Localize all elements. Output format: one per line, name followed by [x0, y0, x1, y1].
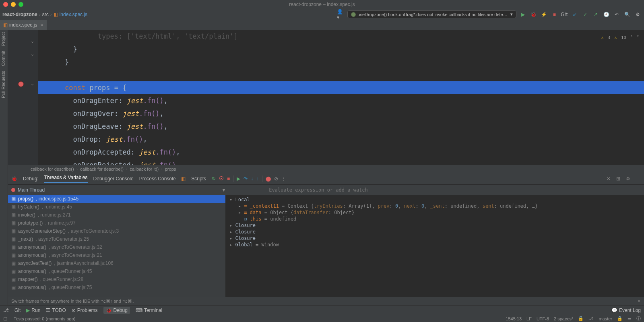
mem-icon[interactable]: ☰ [627, 316, 632, 321]
git-commit-icon[interactable]: ✓ [581, 10, 589, 19]
tab-threads-variables[interactable]: Threads & Variables [44, 175, 88, 183]
toolwindows-icon[interactable]: ▢ [3, 316, 7, 321]
step-out-icon[interactable]: ↑ [256, 176, 259, 182]
filter-icon[interactable]: ▼ [221, 187, 226, 193]
toolwindow-run[interactable]: ▶ Run [26, 308, 40, 313]
stack-frame[interactable]: ▣ invoke(), runtime.js:271 [8, 211, 225, 219]
crumb-item[interactable]: callback for describe() [31, 167, 74, 171]
readonly-icon[interactable]: 🔓 [578, 316, 584, 321]
toolwindow-todo[interactable]: ☰ TODO [46, 308, 66, 313]
scope-local[interactable]: Local [235, 197, 250, 202]
stack-frame[interactable]: ▣ asyncJestTest(), jasmineAsyncInstall.j… [8, 259, 225, 267]
left-tool-rail: Project Commit Pull Requests [0, 30, 8, 315]
search-icon[interactable]: 🔍 [623, 10, 631, 19]
minimize-window-icon[interactable] [11, 2, 16, 7]
breadcrumb-folder[interactable]: src [42, 12, 49, 17]
watch-input[interactable] [269, 187, 641, 193]
git-push-icon[interactable]: ↗ [592, 10, 600, 19]
toolwindow-problems[interactable]: ⊘ Problems [72, 308, 98, 313]
toolwindow-eventlog[interactable]: 💬 Event Log [611, 308, 641, 313]
tab-process-console[interactable]: Process Console [139, 176, 176, 182]
notify-icon[interactable]: ⓘ [636, 316, 641, 322]
settings-icon[interactable]: ⚙ [634, 10, 642, 19]
toolwindow-debug[interactable]: 🐞 Debug [103, 307, 130, 314]
git-update-icon[interactable]: ↙ [571, 10, 579, 19]
stack-frame[interactable]: ▣ props(), index.spec.js:1545 [8, 195, 225, 203]
resume-icon[interactable]: ▶ [237, 176, 240, 182]
frames-list[interactable]: ▣ props(), index.spec.js:1545▣ tryCatch(… [8, 195, 225, 305]
fold-marker-icon[interactable]: ⌄ [30, 39, 35, 44]
stack-frame[interactable]: ▣ anonymous(), asyncToGenerator.js:32 [8, 243, 225, 251]
coverage-icon[interactable]: ⚡ [540, 10, 548, 19]
history-icon[interactable]: 🕘 [602, 10, 610, 19]
code-editor[interactable]: ⌄ ⌄ ⌄ ⚠3 ⚠10 ˄ ˅ types: ['text/html', 't… [8, 30, 644, 165]
rerun-icon[interactable]: ↻ [212, 176, 216, 182]
inspection-widget[interactable]: ⚠3 ⚠10 ˄ ˅ [601, 31, 639, 44]
toolwindow-git[interactable]: Git [14, 308, 21, 313]
more-icon[interactable]: ⋮ [281, 176, 286, 182]
stack-frame[interactable]: ▣ _next(), asyncToGenerator.js:25 [8, 235, 225, 243]
crumb-item[interactable]: callback for it() [130, 167, 159, 171]
scope-closure[interactable]: Closure [235, 229, 256, 235]
test-status[interactable]: Tests passed: 0 (moments ago) [14, 316, 75, 321]
stop-icon[interactable]: ■ [550, 10, 558, 19]
chevron-up-icon[interactable]: ˄ [630, 31, 633, 44]
editor-gutter[interactable]: ⌄ ⌄ ⌄ [8, 30, 38, 165]
layout-icon[interactable]: ⊞ [616, 176, 620, 182]
step-into-icon[interactable]: ↓ [251, 176, 253, 182]
close-panel-icon[interactable]: ✕ [607, 176, 611, 182]
scope-global[interactable]: Global [235, 242, 252, 248]
view-breakpoints-icon[interactable]: ⬤ [266, 176, 271, 182]
stack-frame[interactable]: ▣ anonymous(), queueRunner.js:75 [8, 283, 225, 291]
stack-frame[interactable]: ▣ prototype.(), runtime.js:97 [8, 219, 225, 227]
scope-closure[interactable]: Closure [235, 223, 256, 228]
mute-icon[interactable]: ⊘ [274, 176, 278, 182]
stack-frame[interactable]: ▣ anonymous(), queueRunner.js:45 [8, 267, 225, 275]
chevron-down-icon[interactable]: ˅ [637, 31, 639, 44]
stack-frame[interactable]: ▣ anonymous(), asyncToGenerator.js:21 [8, 251, 225, 259]
rollback-icon[interactable]: ↶ [613, 10, 621, 19]
stop-icon[interactable]: ■ [227, 176, 230, 182]
cursor-position[interactable]: 1545:13 [506, 316, 522, 321]
step-over-icon[interactable]: ↷ [244, 176, 248, 182]
encoding[interactable]: UTF-8 [537, 316, 549, 321]
stack-frame[interactable]: ▣ asyncGeneratorStep(), asyncToGenerator… [8, 227, 225, 235]
run-icon[interactable]: ▶ [519, 10, 527, 19]
git-branch[interactable]: master [599, 316, 612, 321]
mute-breakpoints-icon[interactable]: ⦿ [219, 176, 224, 182]
project-tool[interactable]: Project [0, 30, 6, 48]
indent-status[interactable]: 2 spaces* [554, 316, 573, 321]
debug-icon[interactable]: 🐞 [529, 10, 537, 19]
padlock-icon[interactable]: 🔒 [617, 316, 623, 321]
toolwindow-terminal[interactable]: ⌨ Terminal [136, 308, 162, 313]
close-window-icon[interactable] [3, 2, 8, 7]
fold-marker-icon[interactable]: ⌄ [30, 81, 35, 87]
pull-requests-tool[interactable]: Pull Requests [0, 68, 6, 101]
stack-frame[interactable]: ▣ tryCatch(), runtime.js:45 [8, 203, 225, 211]
stack-frame[interactable]: ▣ mapper(), queueRunner.js:28 [8, 275, 225, 283]
variables-tree[interactable]: ▾ Local ▸ ≡ _context11 = Context {tryEnt… [225, 195, 644, 305]
scope-closure[interactable]: Closure [235, 235, 256, 241]
hide-icon[interactable]: — [636, 176, 641, 182]
breakpoint-icon[interactable] [18, 81, 24, 87]
crumb-item[interactable]: callback for describe() [80, 167, 124, 171]
crumb-item[interactable]: props [165, 167, 176, 171]
breadcrumb-project[interactable]: react-dropzone [2, 12, 37, 17]
commit-tool[interactable]: Commit [0, 48, 6, 68]
tab-debugger-console[interactable]: Debugger Console [93, 176, 134, 182]
maximize-window-icon[interactable] [19, 2, 23, 7]
fold-marker-icon[interactable]: ⌄ [30, 52, 35, 57]
close-tab-icon[interactable]: ✕ [40, 23, 43, 27]
add-config-icon[interactable]: 👤▾ [337, 10, 345, 19]
line-separator[interactable]: LF [526, 316, 532, 321]
structure-breadcrumb[interactable]: callback for describe()› callback for de… [8, 165, 644, 173]
file-tab[interactable]: ◧ index.spec.js ✕ [0, 20, 47, 30]
close-hint-icon[interactable]: ✕ [637, 299, 641, 304]
code-body[interactable]: ⚠3 ⚠10 ˄ ˅ types: ['text/html', 'text/pl… [38, 30, 644, 165]
run-config-selector[interactable]: ⬤ useDropzone() hook.onDrag*.does not in… [347, 10, 516, 18]
breadcrumb[interactable]: react-dropzone › src › ◧ index.spec.js [2, 12, 87, 17]
gear-icon[interactable]: ⚙ [626, 176, 630, 182]
tab-scripts[interactable]: Scripts [191, 176, 206, 182]
thread-name[interactable]: Main Thread [18, 187, 45, 193]
breadcrumb-file[interactable]: index.spec.js [60, 12, 87, 17]
